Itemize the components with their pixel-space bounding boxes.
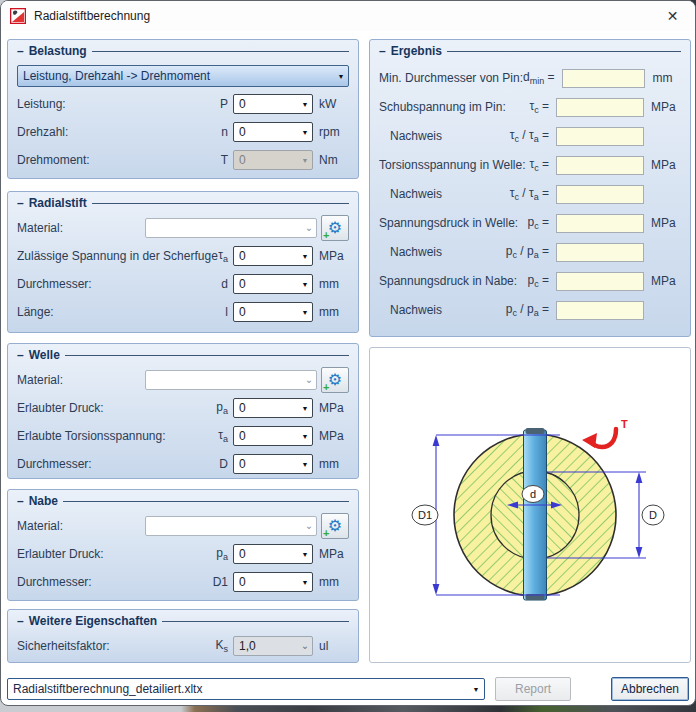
field-label: Durchmesser: <box>17 277 221 291</box>
load-case-combo[interactable]: Leistung, Drehzahl -> Drehmoment▼ <box>17 65 349 87</box>
material-database-button[interactable]: ⚙+ <box>321 513 349 539</box>
dropdown-arrow-icon: ⌄ <box>302 376 316 384</box>
collapse-dash: – <box>17 348 24 362</box>
material-database-button[interactable]: ⚙+ <box>321 367 349 393</box>
form-row: Drehmoment:T0▼Nm <box>17 149 349 171</box>
cancel-button[interactable]: Abbrechen <box>611 677 689 701</box>
value-combo[interactable]: 0▼ <box>233 454 313 474</box>
field-label: Länge: <box>17 305 225 319</box>
result-field <box>556 243 644 262</box>
collapse-dash: – <box>17 196 24 210</box>
result-field <box>556 156 644 175</box>
material-database-button[interactable]: ⚙+ <box>321 215 349 241</box>
value-combo[interactable]: 0▼ <box>233 122 313 142</box>
field-label: Erlaubte Torsionsspannung: <box>17 429 218 443</box>
form-row: Material:⌄⚙+ <box>17 515 349 537</box>
combo-value: 0 <box>234 575 298 589</box>
collapse-dash: – <box>379 44 386 58</box>
result-symbol-expression: dmin = <box>523 70 555 86</box>
dropdown-arrow-icon: ▼ <box>298 129 312 136</box>
value-combo[interactable]: 0▼ <box>233 572 313 592</box>
value-combo[interactable]: 0▼ <box>233 544 313 564</box>
value-combo[interactable]: 0▼ <box>233 246 313 266</box>
panel-nabe: –NabeMaterial:⌄⚙+Erlaubter Druck:pa0▼MPa… <box>7 489 359 601</box>
svg-text:D: D <box>649 509 657 521</box>
result-row: Schubspannung im Pin:τc =MPa <box>379 97 681 117</box>
field-label: Sicherheitsfaktor: <box>17 639 215 653</box>
dropdown-arrow-icon: ▼ <box>298 461 312 468</box>
symbol-label: D <box>219 457 228 471</box>
result-field <box>556 301 644 320</box>
template-file-combo[interactable]: Radialstiftberechnung_detailiert.xltx ▼ <box>7 678 485 700</box>
dim-label-d: d <box>522 486 544 503</box>
form-row: Zulässige Spannung in der Scherfuge:τa0▼… <box>17 245 349 267</box>
value-combo[interactable]: 1,0⌄ <box>233 636 313 656</box>
panel-title: Weitere Eigenschaften <box>29 614 157 628</box>
combo-value: 0 <box>234 547 298 561</box>
panel-ergebnis: –ErgebnisMin. Durchmesser von Pin:dmin =… <box>369 39 691 337</box>
value-combo[interactable]: 0▼ <box>233 94 313 114</box>
panel-radialstift: –RadialstiftMaterial:⌄⚙+Zulässige Spannu… <box>7 191 359 333</box>
symbol-label: T <box>221 153 228 167</box>
value-combo[interactable]: 0▼ <box>233 426 313 446</box>
result-field <box>556 272 644 291</box>
pin-diagram: D1 D d T <box>369 347 691 663</box>
svg-text:d: d <box>530 488 536 500</box>
result-symbol-expression: τc / τa = <box>510 128 549 144</box>
bottom-bar: Radialstiftberechnung_detailiert.xltx ▼ … <box>1 677 696 703</box>
result-symbol-expression: pc / pa = <box>506 302 549 318</box>
field-label: Material: <box>17 221 145 235</box>
value-combo[interactable]: 0▼ <box>233 398 313 418</box>
result-label: Nachweis <box>379 303 506 317</box>
value-combo[interactable]: 0▼ <box>233 302 313 322</box>
combo-value: 0 <box>234 277 298 291</box>
symbol-label: τa <box>218 428 228 444</box>
panel-header: –Ergebnis <box>379 43 681 59</box>
panel-title: Nabe <box>29 494 58 508</box>
symbol-label: pa <box>216 400 228 416</box>
dropdown-arrow-icon: ▼ <box>298 101 312 108</box>
title-bar: Radialstiftberechnung ✕ <box>1 1 695 31</box>
panel-title: Welle <box>29 348 60 362</box>
panel-header-line <box>92 203 349 204</box>
panel-header: –Nabe <box>17 493 349 509</box>
symbol-label: P <box>220 97 228 111</box>
svg-text:T: T <box>621 418 628 430</box>
unit-label: mm <box>652 71 681 85</box>
material-combo[interactable]: ⌄ <box>145 370 317 390</box>
unit-label: mm <box>319 305 349 319</box>
symbol-label: D1 <box>213 575 228 589</box>
panel-header-line <box>65 355 349 356</box>
material-combo[interactable]: ⌄ <box>145 516 317 536</box>
form-row: Länge:l0▼mm <box>17 301 349 323</box>
symbol-label: Ks <box>215 638 228 654</box>
form-row: Erlaubte Torsionsspannung:τa0▼MPa <box>17 425 349 447</box>
form-row: Erlaubter Druck:pa0▼MPa <box>17 543 349 565</box>
field-label: Drehzahl: <box>17 125 221 139</box>
dropdown-arrow-icon: ▼ <box>298 281 312 288</box>
unit-label: MPa <box>319 401 349 415</box>
gear-icon: ⚙ <box>328 220 342 236</box>
svg-text:D1: D1 <box>418 509 432 521</box>
value-combo[interactable]: 0▼ <box>233 274 313 294</box>
result-symbol-expression: τc / τa = <box>510 186 549 202</box>
combo-value: 0 <box>234 429 298 443</box>
material-combo[interactable]: ⌄ <box>145 218 317 238</box>
collapse-dash: – <box>17 494 24 508</box>
form-row: Leistung:P0▼kW <box>17 93 349 115</box>
app-icon <box>10 8 26 24</box>
dim-label-D1: D1 <box>412 505 438 525</box>
result-row: Spannungsdruck in Nabe:pc =MPa <box>379 271 681 291</box>
symbol-label: d <box>221 277 228 291</box>
form-row: Durchmesser:d0▼mm <box>17 273 349 295</box>
close-icon[interactable]: ✕ <box>650 2 695 31</box>
field-label: Erlaubter Druck: <box>17 401 216 415</box>
panel-header: –Belastung <box>17 43 349 59</box>
result-field <box>556 127 644 146</box>
combo-value: 0 <box>234 97 298 111</box>
unit-label: MPa <box>319 547 349 561</box>
unit-label: MPa <box>651 100 681 114</box>
form-row: Material:⌄⚙+ <box>17 369 349 391</box>
report-button: Report <box>495 677 571 701</box>
form-row: Durchmesser:D10▼mm <box>17 571 349 593</box>
